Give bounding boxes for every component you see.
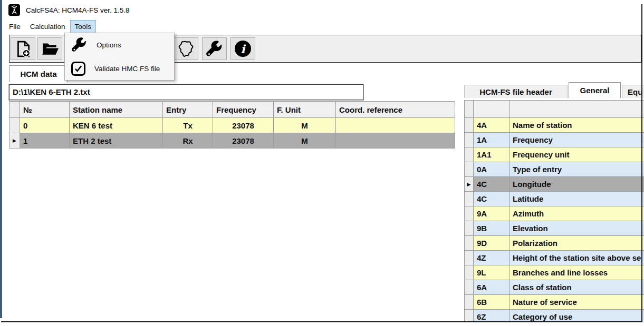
row-selector-cell[interactable] — [465, 221, 474, 236]
cell-description[interactable]: Branches and line losses — [510, 265, 644, 280]
row-selector-cell[interactable]: ▶ — [9, 133, 20, 149]
cell-code[interactable]: 9B — [474, 221, 510, 236]
row-selector-cell[interactable] — [465, 192, 474, 206]
row-selector-cell[interactable] — [465, 280, 474, 295]
cell-code[interactable]: 1A — [474, 133, 510, 147]
header-grid-row[interactable]: 9AAzimuth — [465, 206, 644, 221]
cell-description[interactable]: Polarization — [510, 236, 644, 251]
cell-coord_reference[interactable] — [336, 133, 455, 149]
cell-description[interactable]: Class of station — [510, 280, 644, 295]
header-grid-row[interactable]: 1AFrequency — [465, 133, 644, 147]
cell-description[interactable]: Azimuth — [510, 206, 644, 221]
cell-station_name[interactable]: ETH 2 test — [70, 133, 163, 149]
cell-description[interactable]: Frequency — [510, 133, 644, 147]
row-selector-cell[interactable] — [465, 206, 474, 221]
cell-frequency[interactable]: 23078 — [213, 133, 274, 149]
row-selector-cell[interactable] — [465, 162, 474, 177]
row-selector-cell[interactable] — [465, 310, 474, 323]
tab-hcm-data[interactable]: HCM data — [9, 65, 68, 82]
row-selector-cell[interactable] — [465, 265, 474, 280]
tab-equipment[interactable]: Equ — [622, 85, 644, 98]
cell-code[interactable]: 4C — [474, 192, 510, 206]
cell-code[interactable]: 4A — [474, 118, 510, 133]
header-grid-row[interactable]: 1A1Frequency unit — [465, 147, 644, 162]
column-header[interactable]: Station name — [70, 102, 163, 118]
cell-code[interactable]: 9A — [474, 206, 510, 221]
column-header[interactable]: Entry — [163, 102, 213, 118]
africa-map-button[interactable] — [174, 37, 198, 60]
row-selector-cell[interactable] — [465, 295, 474, 310]
open-file-button[interactable] — [37, 37, 62, 60]
row-selector-cell[interactable] — [465, 251, 474, 265]
header-grid-row[interactable]: 6BNature of service — [465, 295, 644, 310]
cell-code[interactable]: 6Z — [474, 310, 510, 323]
tab-general[interactable]: General — [569, 82, 621, 98]
cell-description[interactable]: Frequency unit — [510, 147, 644, 162]
cell-description[interactable]: Type of entry — [510, 162, 644, 177]
column-header[interactable]: Coord. reference — [336, 102, 455, 118]
station-table-row[interactable]: ▶1ETH 2 testRx23078M — [9, 133, 455, 149]
row-selector-cell[interactable] — [465, 133, 474, 147]
row-selector-cell[interactable] — [465, 118, 474, 133]
cell-f_unit[interactable]: M — [274, 118, 336, 133]
cell-description[interactable]: Elevation — [510, 221, 644, 236]
code-column-header — [474, 101, 510, 118]
station-table: №Station nameEntryFrequencyF. UnitCoord.… — [9, 101, 455, 149]
header-grid-row[interactable]: 0AType of entry — [465, 162, 644, 177]
header-grid-row[interactable]: 9LBranches and line losses — [465, 265, 644, 280]
row-selector-cell[interactable] — [9, 118, 20, 133]
cell-no[interactable]: 0 — [20, 118, 70, 133]
cell-description[interactable]: Nature of service — [510, 295, 644, 310]
cell-code[interactable]: 0A — [474, 162, 510, 177]
row-selector-cell[interactable] — [465, 147, 474, 162]
menu-item-options[interactable]: Options — [65, 33, 174, 57]
new-file-button[interactable] — [11, 37, 35, 60]
cell-description[interactable]: Height of the station site above se — [510, 251, 644, 265]
header-grid-row[interactable]: 4AName of station — [465, 118, 644, 133]
cell-no[interactable]: 1 — [20, 133, 70, 149]
row-selector-cell[interactable] — [465, 236, 474, 251]
cell-description[interactable]: Longitude — [510, 177, 644, 192]
cell-description[interactable]: Name of station — [510, 118, 644, 133]
row-selector-header — [465, 101, 474, 118]
menu-tools[interactable]: Tools — [70, 20, 97, 33]
station-table-row[interactable]: 0KEN 6 testTx23078M — [9, 118, 455, 133]
header-grid-row[interactable]: 9DPolarization — [465, 236, 644, 251]
header-grid-row[interactable]: 6ZCategory of use — [465, 310, 644, 323]
africa-map-icon — [177, 40, 195, 57]
menu-file[interactable]: File — [4, 20, 25, 33]
cell-code[interactable]: 4Z — [474, 251, 510, 265]
header-grid-header-row — [465, 101, 644, 118]
row-selector-header — [9, 102, 20, 118]
header-grid-row[interactable]: 4CLatitude — [465, 192, 644, 206]
cell-entry[interactable]: Tx — [163, 118, 213, 133]
column-header[interactable]: Frequency — [213, 102, 274, 118]
cell-coord_reference[interactable] — [336, 118, 455, 133]
title-bar: CalcFS4A: HCM4A-FS ver. 1.5.8 — [2, 0, 641, 20]
cell-code[interactable]: 1A1 — [474, 147, 510, 162]
cell-code[interactable]: 4C — [474, 177, 510, 192]
cell-code[interactable]: 9D — [474, 236, 510, 251]
menu-item-validate[interactable]: Validate HMC FS file — [65, 57, 174, 81]
cell-f_unit[interactable]: M — [274, 133, 336, 149]
column-header[interactable]: F. Unit — [274, 102, 336, 118]
cell-description[interactable]: Latitude — [510, 192, 644, 206]
menu-calculation[interactable]: Calculation — [25, 20, 70, 33]
header-grid-row[interactable]: 4ZHeight of the station site above se — [465, 251, 644, 265]
menu-item-options-label: Options — [97, 41, 121, 49]
cell-entry[interactable]: Rx — [163, 133, 213, 149]
cell-frequency[interactable]: 23078 — [213, 118, 274, 133]
about-button[interactable]: i — [230, 37, 255, 60]
header-grid-row[interactable]: 6AClass of station — [465, 280, 644, 295]
cell-station_name[interactable]: KEN 6 test — [70, 118, 163, 133]
header-grid-row[interactable]: 9BElevation — [465, 221, 644, 236]
tab-hcm-fs-file-header[interactable]: HCM-FS file header — [464, 85, 568, 98]
cell-code[interactable]: 9L — [474, 265, 510, 280]
settings-button[interactable] — [202, 37, 227, 60]
cell-description[interactable]: Category of use — [510, 310, 644, 323]
column-header[interactable]: № — [20, 102, 70, 118]
cell-code[interactable]: 6A — [474, 280, 510, 295]
header-grid-row[interactable]: ▶4CLongitude — [465, 177, 644, 192]
row-selector-cell[interactable]: ▶ — [465, 177, 474, 192]
cell-code[interactable]: 6B — [474, 295, 510, 310]
